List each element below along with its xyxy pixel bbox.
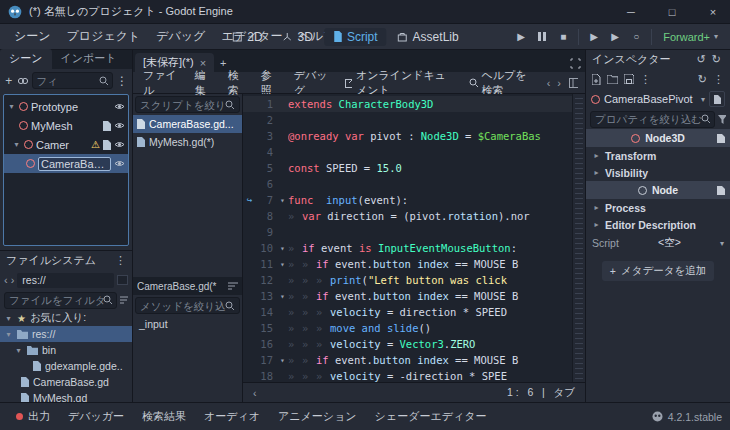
warning-icon[interactable]: ⚠ xyxy=(91,139,100,150)
script-menu-goto[interactable]: 参照 xyxy=(254,68,286,98)
visibility-eye-icon[interactable] xyxy=(114,140,125,149)
bottom-tab-audio[interactable]: オーディオ xyxy=(196,409,268,424)
script-menu-debug[interactable]: デバッグ xyxy=(287,68,338,98)
script-list-item[interactable]: MyMesh.gd(*) xyxy=(133,133,242,151)
code-line[interactable]: 5const SPEED = 15.0 xyxy=(243,160,572,176)
fs-row[interactable]: CameraBase.gd xyxy=(0,374,132,390)
toggle-scripts-panel-icon[interactable] xyxy=(569,78,578,88)
sort-icon[interactable] xyxy=(120,296,128,305)
play-custom-scene-button[interactable]: ▶ xyxy=(605,27,625,47)
code-minimap[interactable] xyxy=(572,94,585,382)
bottom-tab-search-results[interactable]: 検索結果 xyxy=(134,409,194,424)
attached-script-icon[interactable] xyxy=(103,121,111,131)
tree-row[interactable]: ▾ Camer ⚠ xyxy=(4,135,128,154)
scene-tree-options-button[interactable]: ⋮ xyxy=(116,72,128,89)
stop-button[interactable]: ■ xyxy=(553,27,573,47)
fs-row[interactable]: ▾ bin xyxy=(0,342,132,358)
collapse-icon[interactable]: ▾ xyxy=(4,314,13,323)
fold-caret-icon[interactable]: ▾ xyxy=(277,244,288,253)
code-line[interactable]: 8»var direction = (pivot.rotation).nor xyxy=(243,208,572,224)
section-transform[interactable]: ▸ Transform xyxy=(586,147,730,164)
fold-caret-icon[interactable]: ▾ xyxy=(277,196,288,205)
code-line[interactable]: 12»»»print("Left button was click xyxy=(243,272,572,288)
history-back-icon[interactable]: ↺ xyxy=(694,53,709,66)
filesystem-filter-input[interactable] xyxy=(4,292,117,309)
maximize-button[interactable]: □ xyxy=(655,0,689,24)
hscroll-left-icon[interactable]: ‹ xyxy=(253,387,257,399)
script-property-value[interactable]: <空> xyxy=(658,236,681,250)
code-line[interactable]: 2 xyxy=(243,112,572,128)
minimize-button[interactable]: ─ xyxy=(614,0,648,24)
code-line[interactable]: ↪7▾func _input(event): xyxy=(243,192,572,208)
history-forward-icon[interactable]: ↻ xyxy=(709,53,724,66)
inspector-category-node[interactable]: Node xyxy=(586,181,730,199)
nav-forward-icon[interactable]: › xyxy=(11,274,15,286)
history-forward-icon[interactable]: › xyxy=(554,77,564,89)
attached-script-icon[interactable] xyxy=(103,140,111,150)
tab-2d[interactable]: 2D xyxy=(223,28,271,46)
tree-row[interactable]: ▾ Prototype xyxy=(4,97,128,116)
object-history-icon[interactable]: ↻ xyxy=(698,73,707,86)
bottom-tab-animation[interactable]: アニメーション xyxy=(270,409,365,424)
method-list-item[interactable]: _input xyxy=(133,316,242,332)
filesystem-options-button[interactable]: ⋮ xyxy=(115,254,126,267)
code-line[interactable]: 14»»»velocity = direction * SPEED xyxy=(243,304,572,320)
script-menu-file[interactable]: ファイル xyxy=(136,68,187,98)
favorites-row[interactable]: ▾ ★ お気に入り: xyxy=(0,310,132,326)
nav-back-icon[interactable]: ‹ xyxy=(4,274,8,286)
pause-button[interactable] xyxy=(532,27,552,47)
fs-row[interactable]: gdexample.gde.. xyxy=(0,358,132,374)
script-menu-edit[interactable]: 編集 xyxy=(188,68,220,98)
history-back-icon[interactable]: ‹ xyxy=(544,77,554,89)
online-docs-button[interactable]: オンラインドキュメント xyxy=(339,68,463,98)
chevron-down-icon[interactable]: ▾ xyxy=(720,239,724,248)
instance-scene-button[interactable] xyxy=(17,72,29,89)
code-line[interactable]: 13▾»»if event.button_index == MOUSE_B xyxy=(243,288,572,304)
filter-funnel-icon[interactable] xyxy=(718,115,726,124)
fs-row-selected[interactable]: ▾ res:// xyxy=(0,326,132,342)
property-filter-input[interactable] xyxy=(590,111,715,128)
code-editor[interactable]: 1extends CharacterBody3D23@onready var p… xyxy=(243,94,585,402)
collapse-icon[interactable]: ▾ xyxy=(4,330,13,339)
code-line[interactable]: 16»»»velocity = Vector3.ZERO xyxy=(243,336,572,352)
tab-script[interactable]: Script xyxy=(324,28,387,46)
fold-caret-icon[interactable]: ▾ xyxy=(277,356,288,365)
menu-scene[interactable]: シーン xyxy=(6,24,59,49)
fold-caret-icon[interactable]: ▾ xyxy=(277,292,288,301)
toggle-split-mode-icon[interactable] xyxy=(117,275,128,285)
collapse-icon[interactable]: ▾ xyxy=(14,346,23,355)
fold-caret-icon[interactable]: ▾ xyxy=(277,260,288,269)
tab-scene-dock[interactable]: シーン xyxy=(0,49,52,69)
tab-3d[interactable]: 3D xyxy=(274,28,322,46)
section-visibility[interactable]: ▸ Visibility xyxy=(586,164,730,181)
script-menu-search[interactable]: 検索 xyxy=(221,68,253,98)
extra-options-button[interactable] xyxy=(709,91,725,107)
code-line[interactable]: 15»»»move_and_slide() xyxy=(243,320,572,336)
play-scene-button[interactable]: ▶ xyxy=(584,27,604,47)
visibility-eye-icon[interactable] xyxy=(114,102,125,111)
section-process[interactable]: ▸ Process xyxy=(586,199,730,216)
collapse-icon[interactable]: ▾ xyxy=(12,140,21,149)
bottom-tab-shader-editor[interactable]: シェーダーエディター xyxy=(367,409,495,424)
code-line[interactable]: 17▾»»if event.button_index == MOUSE_B xyxy=(243,352,572,368)
search-help-button[interactable]: ヘルプを検索 xyxy=(463,68,541,98)
inspector-category-node3d[interactable]: Node3D xyxy=(586,129,730,147)
code-line[interactable]: 11▾»»if event.button_index == MOUSE_B xyxy=(243,256,572,272)
chevron-down-icon[interactable]: ▾ xyxy=(701,95,705,104)
code-line[interactable]: 1extends CharacterBody3D xyxy=(243,96,572,112)
code-line[interactable]: 9 xyxy=(243,224,572,240)
tab-assetlib[interactable]: AssetLib xyxy=(389,28,468,46)
close-button[interactable]: × xyxy=(696,0,730,24)
load-resource-folder-icon[interactable] xyxy=(607,75,618,84)
bottom-tab-debugger[interactable]: デバッガー xyxy=(60,409,132,424)
new-resource-icon[interactable] xyxy=(592,74,601,85)
play-button[interactable]: ▶ xyxy=(511,27,531,47)
code-line[interactable]: 4 xyxy=(243,144,572,160)
visibility-eye-icon[interactable] xyxy=(114,121,125,130)
open-docs-icon[interactable] xyxy=(717,186,725,195)
tree-row-selected[interactable]: CameraBase.. xyxy=(4,154,128,173)
breadcrumb[interactable]: res:// xyxy=(17,273,114,288)
movie-mode-button[interactable]: ○ xyxy=(626,27,646,47)
section-editor-description[interactable]: ▸ Editor Description xyxy=(586,216,730,233)
tab-import-dock[interactable]: インポート xyxy=(52,49,126,69)
